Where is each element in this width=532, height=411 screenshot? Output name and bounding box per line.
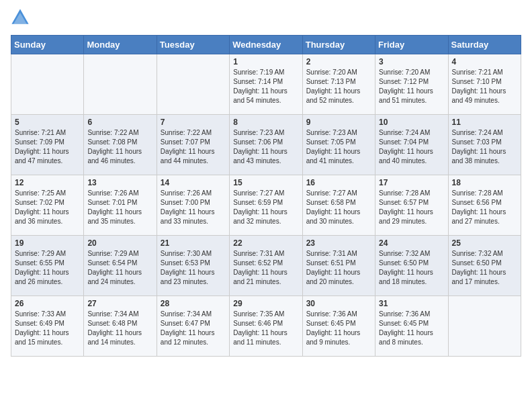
day-number: 3 (379, 57, 444, 66)
week-row-1: 5Sunrise: 7:21 AM Sunset: 7:09 PM Daylig… (11, 115, 521, 175)
day-number: 16 (306, 178, 371, 187)
day-info: Sunrise: 7:28 AM Sunset: 6:57 PM Dayligh… (379, 189, 444, 226)
day-number: 2 (306, 57, 371, 66)
day-info: Sunrise: 7:27 AM Sunset: 6:58 PM Dayligh… (306, 189, 371, 226)
day-info: Sunrise: 7:32 AM Sunset: 6:50 PM Dayligh… (452, 249, 517, 287)
day-info: Sunrise: 7:20 AM Sunset: 7:13 PM Dayligh… (306, 68, 371, 105)
week-row-3: 19Sunrise: 7:29 AM Sunset: 6:55 PM Dayli… (11, 236, 521, 296)
header-tuesday: Tuesday (157, 36, 229, 54)
calendar-cell: 17Sunrise: 7:28 AM Sunset: 6:57 PM Dayli… (375, 175, 448, 236)
day-info: Sunrise: 7:32 AM Sunset: 6:50 PM Dayligh… (379, 249, 444, 287)
day-info: Sunrise: 7:23 AM Sunset: 7:05 PM Dayligh… (306, 128, 371, 166)
day-number: 22 (233, 238, 298, 248)
calendar-cell: 12Sunrise: 7:25 AM Sunset: 7:02 PM Dayli… (11, 175, 84, 236)
day-number: 25 (452, 238, 517, 248)
calendar-cell: 31Sunrise: 7:36 AM Sunset: 6:45 PM Dayli… (375, 296, 448, 357)
day-info: Sunrise: 7:26 AM Sunset: 7:00 PM Dayligh… (161, 189, 226, 226)
day-info: Sunrise: 7:27 AM Sunset: 6:59 PM Dayligh… (233, 189, 298, 226)
calendar-cell: 7Sunrise: 7:22 AM Sunset: 7:07 PM Daylig… (157, 115, 229, 175)
logo-icon (11, 8, 30, 27)
day-number: 6 (87, 118, 152, 127)
calendar-cell: 6Sunrise: 7:22 AM Sunset: 7:08 PM Daylig… (84, 115, 157, 175)
day-number: 4 (452, 57, 517, 66)
day-number: 15 (233, 178, 298, 187)
day-number: 31 (379, 299, 444, 308)
calendar-cell (11, 54, 84, 115)
header-monday: Monday (84, 36, 157, 54)
calendar-cell: 8Sunrise: 7:23 AM Sunset: 7:06 PM Daylig… (230, 115, 302, 175)
day-info: Sunrise: 7:31 AM Sunset: 6:51 PM Dayligh… (306, 249, 371, 287)
day-number: 7 (161, 118, 226, 127)
day-info: Sunrise: 7:35 AM Sunset: 6:46 PM Dayligh… (233, 310, 298, 347)
calendar-cell: 20Sunrise: 7:29 AM Sunset: 6:54 PM Dayli… (84, 236, 157, 296)
day-info: Sunrise: 7:25 AM Sunset: 7:02 PM Dayligh… (15, 189, 80, 226)
calendar-header-row: SundayMondayTuesdayWednesdayThursdayFrid… (11, 36, 521, 54)
calendar-cell: 29Sunrise: 7:35 AM Sunset: 6:46 PM Dayli… (230, 296, 302, 357)
day-number: 1 (233, 57, 298, 66)
calendar-cell (157, 54, 229, 115)
calendar-cell: 15Sunrise: 7:27 AM Sunset: 6:59 PM Dayli… (230, 175, 302, 236)
day-number: 13 (87, 178, 152, 187)
calendar-cell: 23Sunrise: 7:31 AM Sunset: 6:51 PM Dayli… (302, 236, 375, 296)
day-info: Sunrise: 7:22 AM Sunset: 7:08 PM Dayligh… (87, 128, 152, 166)
header-saturday: Saturday (448, 36, 521, 54)
calendar-cell: 5Sunrise: 7:21 AM Sunset: 7:09 PM Daylig… (11, 115, 84, 175)
calendar-cell: 11Sunrise: 7:24 AM Sunset: 7:03 PM Dayli… (448, 115, 521, 175)
day-number: 24 (379, 238, 444, 248)
calendar-cell: 19Sunrise: 7:29 AM Sunset: 6:55 PM Dayli… (11, 236, 84, 296)
day-number: 8 (233, 118, 298, 127)
calendar-cell: 3Sunrise: 7:20 AM Sunset: 7:12 PM Daylig… (375, 54, 448, 115)
day-info: Sunrise: 7:36 AM Sunset: 6:45 PM Dayligh… (379, 310, 444, 347)
header-friday: Friday (375, 36, 448, 54)
calendar-cell: 13Sunrise: 7:26 AM Sunset: 7:01 PM Dayli… (84, 175, 157, 236)
calendar-cell: 9Sunrise: 7:23 AM Sunset: 7:05 PM Daylig… (302, 115, 375, 175)
calendar-cell: 22Sunrise: 7:31 AM Sunset: 6:52 PM Dayli… (230, 236, 302, 296)
day-info: Sunrise: 7:22 AM Sunset: 7:07 PM Dayligh… (161, 128, 226, 166)
day-number: 19 (15, 238, 80, 248)
day-number: 28 (161, 299, 226, 308)
day-info: Sunrise: 7:28 AM Sunset: 6:56 PM Dayligh… (452, 189, 517, 226)
day-number: 11 (452, 118, 517, 127)
calendar-cell: 16Sunrise: 7:27 AM Sunset: 6:58 PM Dayli… (302, 175, 375, 236)
day-number: 18 (452, 178, 517, 187)
logo (11, 11, 32, 27)
header-thursday: Thursday (302, 36, 375, 54)
calendar-cell: 30Sunrise: 7:36 AM Sunset: 6:45 PM Dayli… (302, 296, 375, 357)
calendar-cell: 24Sunrise: 7:32 AM Sunset: 6:50 PM Dayli… (375, 236, 448, 296)
day-info: Sunrise: 7:19 AM Sunset: 7:14 PM Dayligh… (233, 68, 298, 105)
day-info: Sunrise: 7:30 AM Sunset: 6:53 PM Dayligh… (161, 249, 226, 287)
day-info: Sunrise: 7:21 AM Sunset: 7:10 PM Dayligh… (452, 68, 517, 105)
day-number: 20 (87, 238, 152, 248)
day-number: 14 (161, 178, 226, 187)
day-info: Sunrise: 7:33 AM Sunset: 6:49 PM Dayligh… (15, 310, 80, 347)
day-number: 10 (379, 118, 444, 127)
calendar-cell (84, 54, 157, 115)
day-number: 23 (306, 238, 371, 248)
calendar-cell: 4Sunrise: 7:21 AM Sunset: 7:10 PM Daylig… (448, 54, 521, 115)
day-info: Sunrise: 7:24 AM Sunset: 7:04 PM Dayligh… (379, 128, 444, 166)
day-info: Sunrise: 7:20 AM Sunset: 7:12 PM Dayligh… (379, 68, 444, 105)
day-number: 5 (15, 118, 80, 127)
header-wednesday: Wednesday (230, 36, 302, 54)
week-row-0: 1Sunrise: 7:19 AM Sunset: 7:14 PM Daylig… (11, 54, 521, 115)
calendar-cell: 14Sunrise: 7:26 AM Sunset: 7:00 PM Dayli… (157, 175, 229, 236)
day-number: 30 (306, 299, 371, 308)
day-number: 21 (161, 238, 226, 248)
day-info: Sunrise: 7:26 AM Sunset: 7:01 PM Dayligh… (87, 189, 152, 226)
calendar-cell: 2Sunrise: 7:20 AM Sunset: 7:13 PM Daylig… (302, 54, 375, 115)
page-header (11, 11, 521, 27)
day-number: 9 (306, 118, 371, 127)
day-number: 12 (15, 178, 80, 187)
day-number: 29 (233, 299, 298, 308)
header-sunday: Sunday (11, 36, 84, 54)
day-info: Sunrise: 7:34 AM Sunset: 6:48 PM Dayligh… (87, 310, 152, 347)
day-info: Sunrise: 7:31 AM Sunset: 6:52 PM Dayligh… (233, 249, 298, 287)
calendar-cell: 26Sunrise: 7:33 AM Sunset: 6:49 PM Dayli… (11, 296, 84, 357)
day-info: Sunrise: 7:21 AM Sunset: 7:09 PM Dayligh… (15, 128, 80, 166)
day-number: 26 (15, 299, 80, 308)
day-info: Sunrise: 7:34 AM Sunset: 6:47 PM Dayligh… (161, 310, 226, 347)
day-info: Sunrise: 7:29 AM Sunset: 6:55 PM Dayligh… (15, 249, 80, 287)
calendar-cell: 28Sunrise: 7:34 AM Sunset: 6:47 PM Dayli… (157, 296, 229, 357)
day-info: Sunrise: 7:23 AM Sunset: 7:06 PM Dayligh… (233, 128, 298, 166)
calendar-cell: 10Sunrise: 7:24 AM Sunset: 7:04 PM Dayli… (375, 115, 448, 175)
